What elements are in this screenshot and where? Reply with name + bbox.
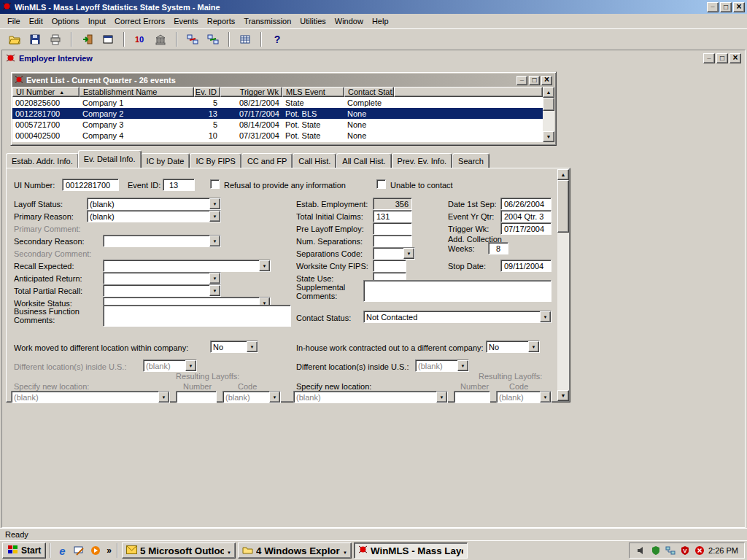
chevron-down-icon[interactable] (209, 198, 220, 209)
chevron-down-icon[interactable] (457, 360, 468, 371)
contact-status-combo[interactable]: Not Contacted (363, 311, 551, 323)
tab-ic-by-date[interactable]: IC by Date (141, 153, 190, 168)
antivirus-icon[interactable]: V (679, 545, 691, 556)
scrollbar-thumb[interactable] (557, 180, 569, 233)
pre-layoff-employ-field[interactable] (373, 222, 412, 235)
supplemental-comments-field[interactable] (363, 280, 551, 302)
maximize-button[interactable] (720, 2, 732, 12)
media-player-icon[interactable] (88, 543, 103, 558)
scroll-down-button[interactable] (557, 390, 569, 401)
column-header-mls-event[interactable]: MLS Event (282, 87, 344, 97)
form-scrollbar[interactable] (557, 169, 569, 401)
event-yr-qtr-field[interactable]: 2004 Qtr. 3 (500, 210, 551, 222)
print-icon[interactable] (47, 31, 64, 48)
start-button[interactable]: Start (2, 542, 46, 559)
scrollbar-track[interactable] (543, 98, 554, 131)
alert-icon[interactable] (694, 545, 705, 556)
event-count-icon[interactable]: 10 (131, 31, 149, 48)
stop-date-field[interactable]: 09/11/2004 (500, 260, 551, 272)
tab-search[interactable]: Search (452, 153, 489, 168)
child-maximize-button[interactable] (716, 53, 728, 63)
column-header-ui-number[interactable]: UI Number (12, 87, 80, 97)
chevron-down-icon[interactable] (247, 341, 258, 352)
tab-cc-and-fp[interactable]: CC and FP (241, 153, 293, 168)
chevron-down-icon[interactable] (269, 392, 280, 402)
recall-expected-combo[interactable] (103, 260, 271, 272)
event-list-maximize-button[interactable] (529, 76, 540, 85)
shield-icon[interactable] (650, 545, 662, 556)
tab-call-hist[interactable]: Call Hist. (293, 153, 336, 168)
menu-reports[interactable]: Reports (203, 15, 240, 28)
chevron-down-icon[interactable] (209, 211, 220, 222)
in-house-combo[interactable]: No (486, 341, 540, 353)
work-moved-location-combo[interactable]: (blank) (11, 391, 170, 403)
internet-explorer-icon[interactable]: e (55, 543, 69, 558)
exit-icon[interactable] (79, 31, 96, 48)
event-list-scrollbar[interactable] (543, 87, 554, 142)
in-house-number-field[interactable] (454, 391, 490, 403)
secondary-reason-combo[interactable] (103, 235, 221, 247)
menu-options[interactable]: Options (47, 15, 84, 28)
in-house-diff-loc-combo[interactable]: (blank) (415, 359, 469, 372)
work-moved-combo[interactable]: No (210, 341, 258, 353)
ui-number-field[interactable]: 0012281700 (62, 179, 119, 191)
tab-ev-detail-info[interactable]: Ev. Detail Info. (78, 150, 142, 168)
bank-icon[interactable] (152, 31, 169, 48)
quick-launch-chevron-icon[interactable]: » (105, 545, 113, 556)
menu-transmission[interactable]: Transmission (239, 15, 295, 28)
column-header-trigger-wk[interactable]: Trigger Wk (220, 87, 282, 97)
total-initial-claims-field[interactable]: 131 (373, 210, 412, 222)
event-row[interactable]: 0005721700 Company 3 5 08/14/2004 Pot. S… (12, 119, 543, 130)
receive-icon[interactable] (204, 31, 222, 48)
work-moved-diff-loc-combo[interactable]: (blank) (143, 359, 197, 372)
menu-window[interactable]: Window (330, 15, 368, 28)
menu-help[interactable]: Help (368, 15, 393, 28)
chevron-down-icon[interactable] (209, 273, 220, 284)
num-separations-field[interactable] (373, 235, 412, 247)
grid-icon[interactable] (236, 31, 254, 48)
chevron-down-icon[interactable] (540, 311, 551, 322)
scrollbar-track[interactable] (557, 180, 569, 390)
worksite-cnty-fips-field[interactable] (373, 260, 406, 272)
trigger-wk-field[interactable]: 07/17/2004 (500, 222, 551, 235)
event-list-close-button[interactable] (541, 76, 552, 85)
open-icon[interactable] (6, 31, 23, 48)
tab-ic-by-fips[interactable]: IC By FIPS (190, 153, 241, 168)
total-partial-recall-combo[interactable] (103, 284, 221, 297)
work-moved-number-field[interactable] (176, 391, 217, 403)
event-id-field[interactable]: 13 (163, 179, 195, 191)
child-close-button[interactable] (729, 53, 741, 63)
event-row[interactable]: 0020825600 Company 1 5 08/21/2004 State … (12, 97, 543, 108)
tab-prev-ev-info[interactable]: Prev. Ev. Info. (392, 153, 452, 168)
date-1st-sep-field[interactable]: 06/26/2004 (500, 198, 551, 210)
event-row[interactable]: 0000402500 Company 4 10 07/31/2004 Pot. … (12, 130, 543, 141)
chevron-down-icon[interactable] (403, 248, 414, 259)
scroll-down-button[interactable] (543, 131, 554, 142)
volume-icon[interactable] (635, 545, 647, 556)
work-moved-code-combo[interactable]: (blank) (222, 391, 281, 403)
child-minimize-button[interactable] (703, 53, 715, 63)
add-collection-weeks-field[interactable]: 8 (488, 242, 508, 254)
event-list-minimize-button[interactable] (516, 76, 527, 85)
chevron-down-icon[interactable] (209, 285, 220, 296)
column-header-establishment-name[interactable]: Establishment Name (80, 87, 194, 97)
help-icon[interactable]: ? (268, 31, 286, 48)
scroll-up-button[interactable] (543, 87, 554, 98)
chevron-down-icon[interactable] (528, 341, 539, 352)
tab-all-call-hist[interactable]: All Call Hist. (336, 153, 391, 168)
taskbar-task-winmls[interactable]: WinMLS - Mass Layoff... (354, 542, 468, 559)
layoff-status-combo[interactable]: (blank) (87, 198, 221, 210)
menu-correct-errors[interactable]: Correct Errors (110, 15, 169, 28)
column-header-contact-stat[interactable]: Contact Stat. (344, 87, 394, 97)
in-house-code-combo[interactable]: (blank) (496, 391, 551, 403)
tab-estab-addr-info[interactable]: Estab. Addr. Info. (6, 153, 79, 168)
in-house-location-combo[interactable]: (blank) (293, 391, 448, 403)
menu-events[interactable]: Events (169, 15, 203, 28)
taskbar-group-outlook[interactable]: 5 Microsoft Outlook (122, 542, 236, 559)
chevron-down-icon[interactable] (259, 260, 270, 271)
minimize-button[interactable] (707, 2, 719, 12)
chevron-down-icon[interactable] (158, 392, 169, 402)
show-desktop-icon[interactable] (71, 543, 86, 558)
chevron-down-icon[interactable] (436, 392, 447, 402)
close-button[interactable] (733, 2, 745, 12)
